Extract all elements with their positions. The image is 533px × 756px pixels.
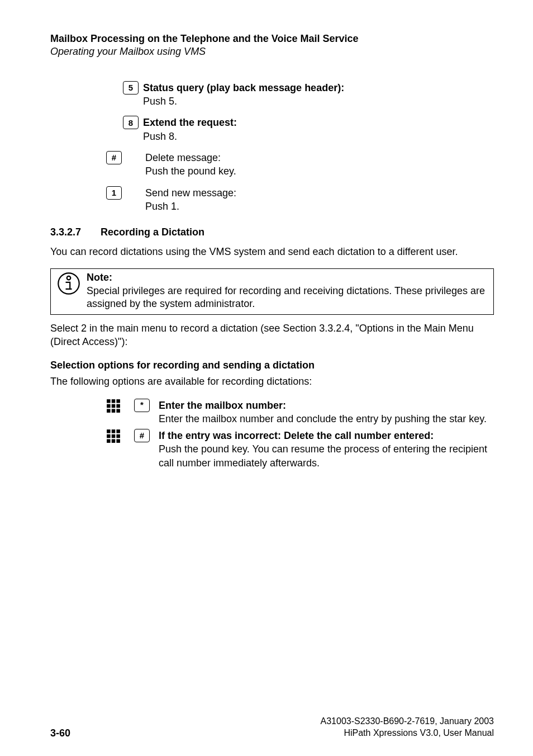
svg-rect-13 [116,429,120,433]
svg-rect-5 [107,404,111,408]
cmd5-bold: Status query (play back message header): [143,82,344,93]
keypad-icon [106,399,121,415]
cmd8-bold: Extend the request: [143,117,237,128]
selection-heading: Selection options for recording and send… [50,360,494,371]
page-header-subtitle: Operating your Mailbox using VMS [50,45,494,58]
svg-rect-6 [112,404,116,408]
svg-rect-10 [116,409,120,413]
footer-product: HiPath Xpressions V3.0, User Manual [321,727,494,739]
key-hash-icon: # [106,151,122,164]
opt1-bold: Enter the mailbox number: [159,400,286,411]
svg-rect-9 [112,409,116,413]
svg-rect-12 [112,429,116,433]
note-heading: Note: [87,272,112,283]
keypad-icon [106,429,121,446]
section-heading: 3.3.2.7 Recording a Dictation [50,226,494,238]
cmdhash-line1: Delete message: [145,152,221,163]
note-body: Special privileges are required for reco… [87,285,485,309]
key-5-icon: 5 [123,81,139,94]
command-row-8: 8 Extend the request: Push 8. [123,116,494,143]
cmd5-rest: Push 5. [143,96,177,107]
opt2-body: Push the pound key. You can resume the p… [159,443,487,468]
section-intro: You can record dictations using the VMS … [50,245,494,258]
svg-point-1 [67,276,71,280]
select-intro: Select 2 in the main menu to record a di… [50,322,494,349]
section-number: 3.3.2.7 [50,226,81,238]
svg-rect-14 [107,434,111,438]
key-8-icon: 8 [123,116,139,129]
svg-rect-4 [116,399,120,403]
footer-doc-id: A31003-S2330-B690-2-7619, January 2003 [321,716,494,727]
page-header-title: Mailbox Processing on the Telephone and … [50,32,494,45]
key-star-icon: * [134,399,150,412]
cmdhash-line2: Push the pound key. [145,166,236,177]
command-row-5: 5 Status query (play back message header… [123,81,494,108]
cmd1-line2: Push 1. [145,201,179,212]
cmd8-rest: Push 8. [143,131,177,142]
command-row-1: 1 Send new message: Push 1. [106,186,494,214]
svg-rect-15 [112,434,116,438]
info-icon [56,271,81,298]
option-row-hash: # If the entry was incorrect: Delete the… [50,429,494,470]
key-1-icon: 1 [106,186,122,200]
option-row-star: * Enter the mailbox number: Enter the ma… [50,399,494,426]
note-box: Note: Special privileges are required fo… [50,268,494,314]
svg-rect-19 [116,440,120,443]
svg-rect-17 [107,440,111,443]
opt1-body: Enter the mailbox number and conclude th… [159,413,487,424]
svg-rect-8 [107,409,111,413]
command-row-hash: # Delete message: Push the pound key. [106,151,494,178]
svg-rect-2 [107,399,111,403]
options-intro: The following options are available for … [50,375,494,388]
svg-rect-18 [112,440,116,443]
footer-page-num: 3-60 [50,727,70,739]
key-hash-icon: # [134,429,150,442]
svg-rect-3 [112,399,116,403]
opt2-bold: If the entry was incorrect: Delete the c… [159,430,434,441]
cmd1-line1: Send new message: [145,187,236,199]
page-footer: 3-60 A31003-S2330-B690-2-7619, January 2… [50,716,494,739]
svg-rect-7 [116,404,120,408]
svg-rect-11 [107,429,111,433]
svg-rect-16 [116,434,120,438]
section-title: Recording a Dictation [101,226,204,238]
